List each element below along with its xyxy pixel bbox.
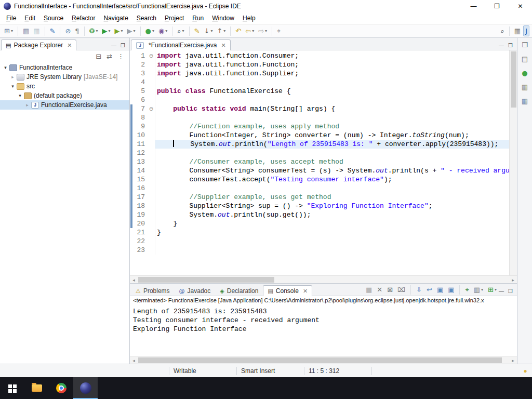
tree-item[interactable]: ▸JFunctionalExercise.java: [0, 100, 129, 110]
java-perspective-button[interactable]: J: [523, 25, 529, 36]
taskbar-start[interactable]: [0, 377, 24, 399]
close-button[interactable]: ✕: [509, 0, 532, 12]
code-line[interactable]: 11 System.out.println("Length of 2359154…: [130, 140, 509, 149]
pin-editor-button[interactable]: ⌖: [275, 26, 282, 36]
restore-button[interactable]: ❐: [485, 0, 509, 12]
menu-window[interactable]: Window: [208, 14, 238, 23]
code-line[interactable]: 13 //Consumer example, uses accept metho…: [130, 157, 509, 166]
show-on-stdout-button[interactable]: ▣: [435, 285, 445, 295]
notification-icon[interactable]: ●: [518, 367, 532, 375]
next-annotation-button[interactable]: ↓▾: [203, 26, 215, 36]
code-line[interactable]: 2import java.util.function.Function;: [130, 60, 509, 69]
show-on-stderr-button[interactable]: ▣: [446, 285, 456, 295]
maximize-console-icon[interactable]: ❒: [508, 288, 513, 294]
editor-vertical-scrollbar[interactable]: [509, 50, 517, 275]
menu-run[interactable]: Run: [188, 14, 208, 23]
tab-functionalexercise-java[interactable]: J *FunctionalExercise.java ✕: [131, 39, 231, 50]
code-line[interactable]: 9 //Function example, uses apply method: [130, 122, 509, 131]
tab-console[interactable]: ▤Console✕: [263, 285, 312, 296]
mark-occurrences-button[interactable]: ✎: [193, 26, 202, 36]
tree-item[interactable]: ▾src: [0, 82, 129, 91]
taskbar-eclipse[interactable]: [73, 377, 98, 399]
minimized-view-tasks-button[interactable]: ▦: [520, 96, 529, 106]
collapse-arrow-icon[interactable]: ▾: [17, 93, 23, 98]
search-button[interactable]: ⌕▾: [176, 26, 185, 36]
code-area[interactable]: 1⊖import java.util.function.Consumer;2im…: [130, 50, 509, 275]
link-with-editor-button[interactable]: ⇄: [105, 51, 114, 61]
code-line[interactable]: 6: [130, 96, 509, 104]
scroll-left-icon[interactable]: ◂: [130, 356, 138, 364]
menu-navigate[interactable]: Navigate: [99, 14, 132, 23]
code-line[interactable]: 17 //Supplier example, uses get method: [130, 193, 509, 202]
code-line[interactable]: 18 Supplier<String> sup = () -> "Explori…: [130, 202, 509, 210]
pin-console-button[interactable]: ⌖: [463, 285, 470, 295]
restore-views-button[interactable]: ❒: [520, 40, 529, 50]
scroll-lock-button[interactable]: ⇩: [415, 285, 423, 295]
tab-problems[interactable]: ⚠Problems: [131, 285, 175, 296]
menu-search[interactable]: Search: [132, 14, 161, 23]
scrollbar-thumb[interactable]: [138, 277, 274, 283]
minimize-console-icon[interactable]: —: [499, 288, 504, 294]
menu-file[interactable]: File: [2, 14, 20, 23]
code-line[interactable]: 16: [130, 184, 509, 193]
code-line[interactable]: 15 consumerTest.accept("Testing consumer…: [130, 175, 509, 184]
code-line[interactable]: 21}: [130, 228, 509, 237]
remove-all-launches-button[interactable]: ⊠: [385, 285, 394, 295]
taskbar-chrome[interactable]: [49, 377, 73, 399]
remove-launch-button[interactable]: ✕: [375, 285, 384, 295]
last-edit-location-button[interactable]: ↶: [234, 26, 243, 36]
expand-arrow-icon[interactable]: ▸: [9, 74, 16, 79]
show-whitespace-button[interactable]: ¶: [73, 26, 81, 36]
tree-item[interactable]: ▸JRE System Library [JavaSE-14]: [0, 72, 129, 82]
close-icon[interactable]: ✕: [303, 288, 308, 295]
previous-annotation-button[interactable]: ↑▾: [215, 26, 227, 36]
view-menu-button[interactable]: ⋮: [116, 51, 126, 61]
menu-project[interactable]: Project: [161, 14, 188, 23]
menu-source[interactable]: Source: [39, 14, 68, 23]
code-line[interactable]: 7⊖ public static void main(String[] args…: [130, 104, 509, 113]
scrollbar-thumb[interactable]: [138, 357, 502, 363]
tab-javadoc[interactable]: @Javadoc: [175, 285, 216, 296]
run-external-tools-button[interactable]: ▶▾: [126, 26, 137, 36]
menu-edit[interactable]: Edit: [20, 14, 39, 23]
scroll-right-icon[interactable]: ▸: [509, 356, 517, 364]
console-output[interactable]: Length of 235915483 is: 235915483Testing…: [130, 306, 517, 356]
skip-breakpoints-button[interactable]: ⊘: [63, 26, 72, 36]
menu-help[interactable]: Help: [238, 14, 260, 23]
minimized-view-outline-button[interactable]: ▦: [520, 82, 529, 92]
clear-console-button[interactable]: ⌧: [396, 285, 407, 295]
code-line[interactable]: 19 System.out.println(sup.get());: [130, 210, 509, 219]
back-button[interactable]: ⇦▾: [244, 26, 256, 36]
minimized-view-console-button[interactable]: ●: [520, 68, 529, 78]
code-line[interactable]: 5public class FunctionalExercise {: [130, 87, 509, 96]
code-line[interactable]: 4: [130, 78, 509, 87]
minimize-editor-icon[interactable]: —: [499, 43, 504, 48]
tab-package-explorer[interactable]: ▤ Package Explorer ✕: [1, 39, 76, 50]
code-line[interactable]: 12: [130, 149, 509, 157]
collapse-arrow-icon[interactable]: ▾: [9, 84, 16, 89]
coverage-button[interactable]: ▶▾: [113, 26, 125, 36]
scroll-right-icon[interactable]: ▸: [509, 276, 517, 284]
run-button[interactable]: ▶▾: [101, 26, 112, 36]
collapse-all-button[interactable]: ⊟: [94, 51, 103, 61]
code-line[interactable]: 14 Consumer<String> consumerTest = (s) -…: [130, 166, 509, 175]
collapse-arrow-icon[interactable]: ▾: [2, 65, 9, 70]
new-java-class-button[interactable]: ●▾: [144, 26, 156, 36]
maximize-editor-icon[interactable]: ❒: [508, 43, 513, 48]
tree-item[interactable]: ▾(default package): [0, 91, 129, 100]
scrollbar-thumb[interactable]: [511, 51, 516, 108]
tree-item[interactable]: ▾FunctionalInterface: [0, 63, 129, 72]
fold-collapse-icon[interactable]: ⊖: [148, 104, 155, 113]
forward-button[interactable]: ⇨▾: [257, 26, 269, 36]
annotate-button[interactable]: ✎: [48, 26, 57, 36]
new-wizard-button[interactable]: ⊞▾: [3, 26, 15, 36]
code-line[interactable]: 20 }: [130, 219, 509, 228]
code-line[interactable]: 10 Function<Integer, String> converter =…: [130, 131, 509, 140]
fold-collapse-icon[interactable]: ⊖: [148, 51, 155, 60]
expand-arrow-icon[interactable]: ▸: [24, 102, 31, 108]
editor-horizontal-scrollbar[interactable]: ◂ ▸: [130, 275, 517, 283]
console-horizontal-scrollbar[interactable]: ◂ ▸: [130, 356, 517, 364]
minimize-view-icon[interactable]: —: [111, 43, 116, 48]
scroll-left-icon[interactable]: ◂: [130, 276, 138, 284]
word-wrap-button[interactable]: ↩: [425, 285, 434, 295]
